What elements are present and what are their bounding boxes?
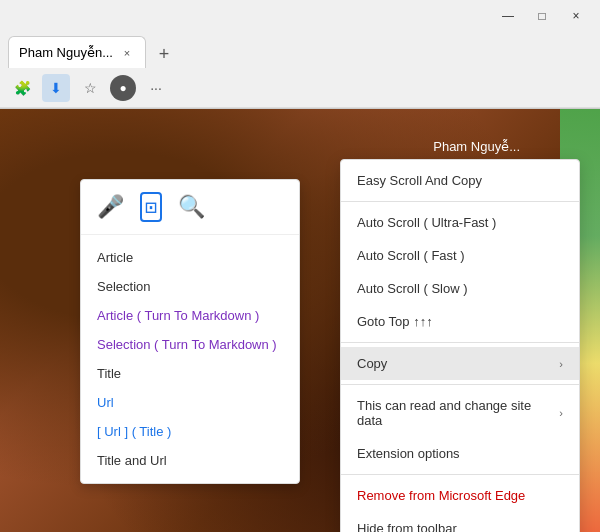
menu-divider-1 bbox=[341, 201, 579, 202]
address-bar: 🧩 ⬇ ☆ ● ··· bbox=[0, 68, 600, 108]
page-content: Pham Nguyễ... 🎤 ⊡ 🔍 Article Selection Ar… bbox=[0, 109, 600, 532]
submenu-item-title-and-url[interactable]: Title and Url bbox=[81, 446, 299, 475]
submenu-item-selection[interactable]: Selection bbox=[81, 272, 299, 301]
tab-title: Pham Nguyễn... bbox=[19, 45, 113, 60]
browser-tab[interactable]: Pham Nguyễn... × bbox=[8, 36, 146, 68]
copy-submenu-panel: 🎤 ⊡ 🔍 Article Selection Article ( Turn T… bbox=[80, 179, 300, 484]
submenu-item-selection-markdown[interactable]: Selection ( Turn To Markdown ) bbox=[81, 330, 299, 359]
menu-divider-2 bbox=[341, 342, 579, 343]
new-tab-button[interactable]: + bbox=[150, 40, 178, 68]
menu-item-site-data[interactable]: This can read and change site data › bbox=[341, 389, 579, 437]
scan-icon[interactable]: ⊡ bbox=[140, 192, 162, 222]
menu-item-hide-toolbar[interactable]: Hide from toolbar bbox=[341, 512, 579, 532]
menu-item-goto-top[interactable]: Goto Top ↑↑↑ bbox=[341, 305, 579, 338]
submenu-item-url[interactable]: Url bbox=[81, 388, 299, 417]
maximize-button[interactable]: □ bbox=[526, 2, 558, 30]
menu-divider-3 bbox=[341, 384, 579, 385]
tab-bar: Pham Nguyễn... × + bbox=[0, 32, 600, 68]
title-bar: — □ × bbox=[0, 0, 600, 32]
title-bar-controls: — □ × bbox=[492, 2, 592, 30]
menu-item-remove[interactable]: Remove from Microsoft Edge bbox=[341, 479, 579, 512]
submenu-item-article[interactable]: Article bbox=[81, 243, 299, 272]
menu-item-slow[interactable]: Auto Scroll ( Slow ) bbox=[341, 272, 579, 305]
menu-item-easy-scroll[interactable]: Easy Scroll And Copy bbox=[341, 164, 579, 197]
search-icon[interactable]: 🔍 bbox=[178, 194, 205, 220]
menu-button[interactable]: ··· bbox=[142, 74, 170, 102]
submenu-icon-row: 🎤 ⊡ 🔍 bbox=[81, 192, 299, 235]
submenu-item-title[interactable]: Title bbox=[81, 359, 299, 388]
menu-item-ultra-fast[interactable]: Auto Scroll ( Ultra-Fast ) bbox=[341, 206, 579, 239]
copy-arrow-icon: › bbox=[559, 358, 563, 370]
menu-divider-4 bbox=[341, 474, 579, 475]
submenu-item-url-title[interactable]: [ Url ] ( Title ) bbox=[81, 417, 299, 446]
submenu-item-article-markdown[interactable]: Article ( Turn To Markdown ) bbox=[81, 301, 299, 330]
menu-item-copy[interactable]: Copy › bbox=[341, 347, 579, 380]
bookmark-icon[interactable]: ☆ bbox=[76, 74, 104, 102]
minimize-button[interactable]: — bbox=[492, 2, 524, 30]
site-data-arrow-icon: › bbox=[559, 407, 563, 419]
page-username: Pham Nguyễ... bbox=[433, 139, 520, 154]
browser-chrome: — □ × Pham Nguyễn... × + 🧩 ⬇ ☆ ● ··· bbox=[0, 0, 600, 109]
download-icon[interactable]: ⬇ bbox=[42, 74, 70, 102]
close-button[interactable]: × bbox=[560, 2, 592, 30]
mic-icon[interactable]: 🎤 bbox=[97, 194, 124, 220]
context-menu: Easy Scroll And Copy Auto Scroll ( Ultra… bbox=[340, 159, 580, 532]
menu-item-extension-options[interactable]: Extension options bbox=[341, 437, 579, 470]
profile-avatar[interactable]: ● bbox=[110, 75, 136, 101]
extensions-icon[interactable]: 🧩 bbox=[8, 74, 36, 102]
menu-item-fast[interactable]: Auto Scroll ( Fast ) bbox=[341, 239, 579, 272]
tab-close-button[interactable]: × bbox=[119, 45, 135, 61]
